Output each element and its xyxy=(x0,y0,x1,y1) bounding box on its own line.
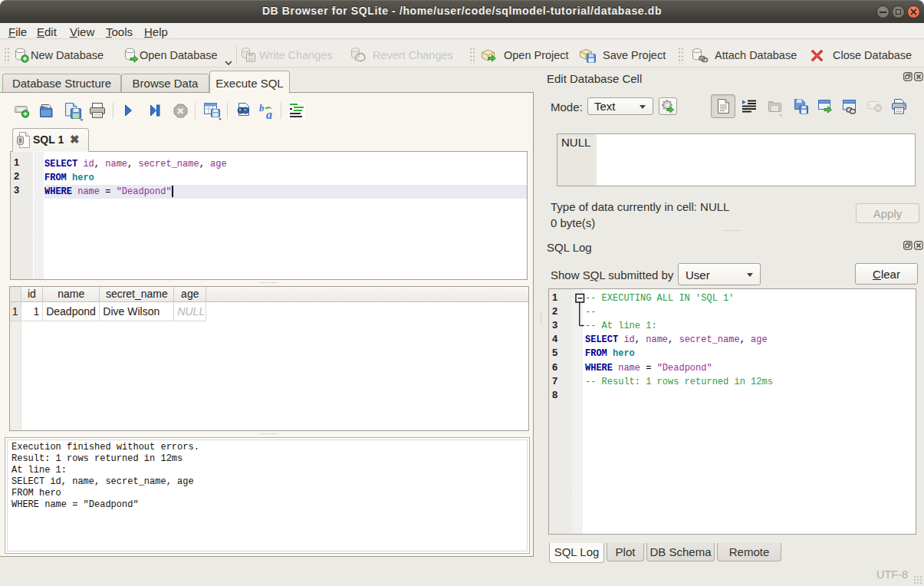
svg-text:a: a xyxy=(266,108,272,121)
svg-text:b: b xyxy=(259,102,265,114)
